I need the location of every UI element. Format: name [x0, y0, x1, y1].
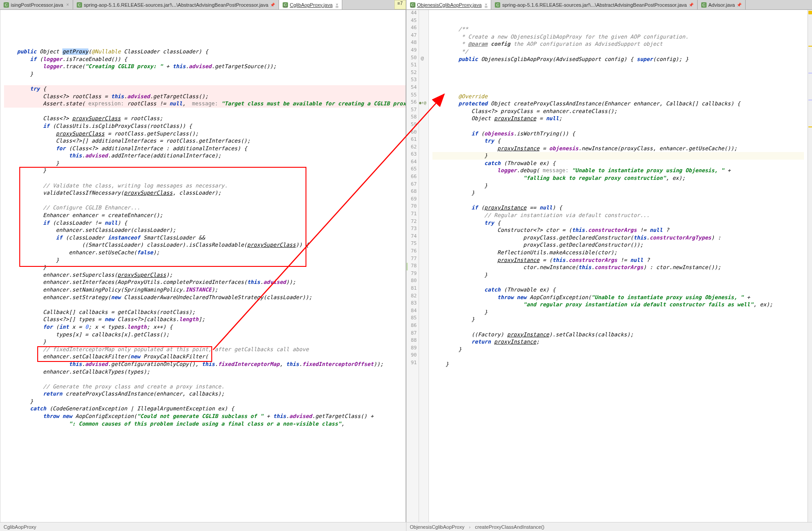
code-line[interactable] [4, 301, 406, 309]
code-line[interactable]: public ObjenesisCglibAopProxy(AdvisedSup… [432, 56, 804, 63]
code-line[interactable]: enhancer.setCallbackTypes(types); [4, 368, 406, 376]
code-line[interactable]: } [4, 398, 406, 405]
code-line[interactable]: return createProxyClassAndInstance(enhan… [4, 390, 406, 398]
code-line[interactable]: ctor.newInstance(this.constructorArgs) :… [432, 264, 804, 271]
code-line[interactable]: */ [432, 48, 804, 56]
code-line[interactable]: } [432, 152, 804, 160]
code-line[interactable]: if (logger.isTraceEnabled()) { [4, 56, 406, 63]
code-line[interactable]: } [432, 271, 804, 279]
code-line[interactable]: catch (CodeGenerationException | Illegal… [4, 405, 406, 413]
code-line[interactable]: Class<?> proxySuperClass = rootClass; [4, 115, 406, 122]
code-line[interactable]: Enhancer enhancer = createEnhancer(); [4, 212, 406, 219]
code-line[interactable] [4, 78, 406, 85]
code-line[interactable]: Object proxyInstance = null; [432, 115, 804, 122]
code-line[interactable]: public Object getProxy(@Nullable ClassLo… [4, 48, 406, 56]
code-line[interactable]: Class<?> rootClass = this.advised.getTar… [4, 93, 406, 100]
code-line[interactable] [432, 18, 804, 26]
close-icon[interactable]: × [485, 2, 488, 7]
code-line[interactable]: // Regular instantiation via default con… [432, 212, 804, 219]
code-line[interactable]: try { [432, 137, 804, 145]
code-line[interactable]: ((Factory) proxyInstance).setCallbacks(c… [432, 331, 804, 339]
editor-tab[interactable]: CisingPostProcessor.java× [0, 0, 73, 9]
code-line[interactable] [4, 197, 406, 205]
code-line[interactable]: } [4, 70, 406, 78]
code-line[interactable]: /** [432, 26, 804, 33]
code-line[interactable]: if (classLoader != null) { [4, 219, 406, 227]
code-line[interactable] [432, 85, 804, 93]
code-line[interactable]: enhancer.setInterfaces(AopProxyUtils.com… [4, 279, 406, 286]
code-line[interactable] [4, 174, 406, 182]
code-line[interactable]: } [432, 189, 804, 197]
code-line[interactable]: } [432, 361, 804, 368]
editor-tab[interactable]: Cspring-aop-5.1.6.RELEASE-sources.jar!\.… [73, 0, 279, 9]
code-line[interactable]: if (ClassUtils.isCglibProxyClass(rootCla… [4, 122, 406, 130]
code-line[interactable]: try { [432, 219, 804, 227]
code-line[interactable]: } [4, 167, 406, 174]
override-gutter-icon[interactable]: ◉↑@ [419, 100, 426, 105]
code-line[interactable]: protected Object createProxyClassAndInst… [432, 100, 804, 108]
right-code-area[interactable]: /** * Create a new ObjenesisCglibAopProx… [429, 10, 808, 522]
code-line[interactable]: return proxyInstance; [432, 338, 804, 346]
code-line[interactable]: // Validate the class, writing log messa… [4, 182, 406, 190]
code-line[interactable]: Constructor<?> ctor = (this.constructorA… [432, 226, 804, 234]
code-line[interactable]: Class<?> proxyClass = enhancer.createCla… [432, 108, 804, 115]
close-icon[interactable]: × [66, 2, 69, 7]
code-line[interactable]: } [432, 182, 804, 190]
code-line[interactable] [432, 122, 804, 130]
code-line[interactable]: * @param config the AOP configuration as… [432, 40, 804, 48]
code-line[interactable]: } [4, 264, 406, 271]
breadcrumb-item[interactable]: createProxyClassAndInstance() [475, 524, 545, 530]
code-line[interactable]: logger.debug( message: "Unable to instan… [432, 167, 804, 174]
code-line[interactable]: "and regular proxy instantiation via def… [432, 301, 804, 309]
code-line[interactable] [432, 70, 804, 78]
code-line[interactable]: try { [4, 85, 406, 93]
code-line[interactable]: catch (Throwable ex) { [432, 286, 804, 294]
code-line[interactable] [4, 375, 406, 383]
code-line[interactable]: if (classLoader instanceof SmartClassLoa… [4, 234, 406, 242]
code-line[interactable]: } [432, 346, 804, 353]
code-line[interactable]: } [4, 338, 406, 346]
right-error-stripe[interactable] [808, 10, 812, 522]
code-line[interactable]: enhancer.setUseCache(false); [4, 249, 406, 257]
code-line[interactable] [432, 323, 804, 331]
code-line[interactable]: // Configure CGLIB Enhancer... [4, 204, 406, 212]
left-code-area[interactable]: public Object getProxy(@Nullable ClassLo… [0, 10, 406, 522]
code-line[interactable]: Class<?>[] types = new Class<?>[callback… [4, 316, 406, 323]
code-line[interactable]: "falling back to regular proxy construct… [432, 174, 804, 182]
code-line[interactable]: @Override [432, 93, 804, 100]
code-line[interactable]: proxyInstance = objenesis.newInstance(pr… [432, 145, 804, 152]
editor-tab[interactable]: Cspring-aop-5.1.6.RELEASE-sources.jar!\.… [491, 0, 697, 9]
code-line[interactable]: } [4, 160, 406, 167]
code-line[interactable]: // fixedInterceptorMap only populated at… [4, 346, 406, 353]
code-line[interactable]: ReflectionUtils.makeAccessible(ctor); [432, 249, 804, 257]
code-line[interactable]: // Generate the proxy class and create a… [4, 383, 406, 391]
code-line[interactable]: proxyClass.getDeclaredConstructor(this.c… [432, 234, 804, 242]
code-line[interactable]: proxyInstance = (this.constructorArgs !=… [432, 257, 804, 264]
editor-tab[interactable]: CAdvisor.java📌 [698, 0, 746, 9]
code-line[interactable]: this.advised.getConfigurationOnlyCopy(),… [4, 361, 406, 368]
code-line[interactable]: } [432, 309, 804, 316]
code-line[interactable] [432, 11, 804, 18]
editor-tab[interactable]: CObjenesisCglibAopProxy.java× [406, 0, 492, 9]
code-line[interactable]: this.advised.addInterface(additionalInte… [4, 152, 406, 160]
right-breadcrumb[interactable]: ObjenesisCglibAopProxy createProxyClassA… [406, 522, 812, 531]
code-line[interactable]: Callback[] callbacks = getCallbacks(root… [4, 309, 406, 316]
code-line[interactable]: types[x] = callbacks[x].getClass(); [4, 331, 406, 339]
code-line[interactable]: Assert.state( expression: rootClass != n… [4, 100, 406, 108]
breadcrumb-item[interactable]: CglibAopProxy [4, 524, 36, 530]
annotation-gutter-icon[interactable]: @ [421, 55, 424, 61]
breadcrumb-item[interactable]: ObjenesisCglibAopProxy [410, 524, 465, 530]
code-line[interactable]: enhancer.setSuperclass(proxySuperClass); [4, 271, 406, 279]
code-line[interactable]: } [432, 316, 804, 323]
close-icon[interactable]: × [336, 2, 338, 7]
code-line[interactable]: catch (Throwable ex) { [432, 160, 804, 167]
code-line[interactable]: if (objenesis.isWorthTrying()) { [432, 130, 804, 138]
editor-tab[interactable]: CCglibAopProxy.java× [279, 0, 342, 9]
code-line[interactable]: proxySuperClass = rootClass.getSuperclas… [4, 130, 406, 138]
code-line[interactable] [432, 63, 804, 70]
code-line[interactable]: enhancer.setNamingPolicy(SpringNamingPol… [4, 286, 406, 294]
code-line[interactable]: validateClassIfNecessary(proxySuperClass… [4, 189, 406, 197]
code-line[interactable]: enhancer.setCallbackFilter(new ProxyCall… [4, 353, 406, 361]
code-line[interactable]: if (proxyInstance == null) { [432, 204, 804, 212]
code-line[interactable]: * Create a new ObjenesisCglibAopProxy fo… [432, 33, 804, 41]
